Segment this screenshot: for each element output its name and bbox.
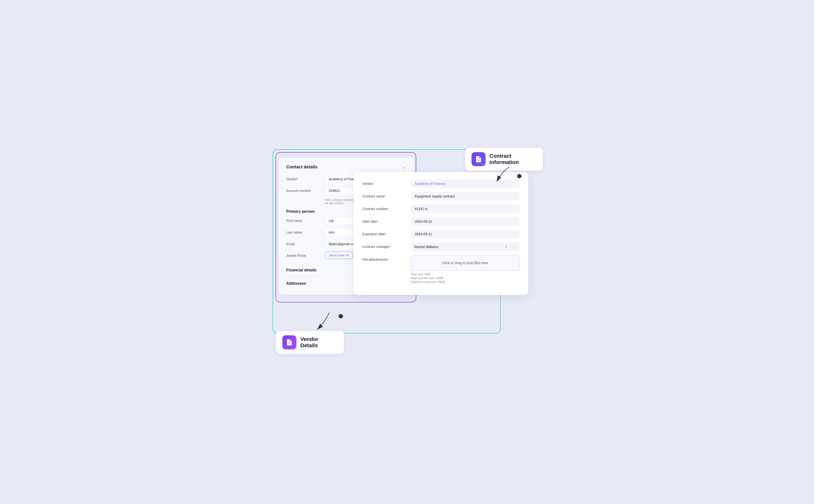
account-number-label: Account number — [286, 187, 325, 193]
vendor-details-badge: Vendor Details — [276, 331, 344, 354]
send-invite-button[interactable]: Send invite ✉ — [325, 252, 353, 259]
file-drop-zone[interactable]: Click or Drag & Drop files here — [411, 255, 519, 271]
vendor-badge-title-line2: Details — [300, 342, 319, 349]
contract-number-label: Contract number* — [362, 205, 411, 211]
vendor-label: Vendor* — [286, 175, 325, 181]
vendor-badge-icon — [282, 335, 296, 349]
connector-dot-bottom — [339, 314, 343, 318]
file-attachments-required: * — [387, 258, 389, 261]
contract-manager-label: Contract manager* — [362, 242, 411, 249]
total-size-hint: Total size: 0MB — [411, 273, 519, 276]
contract-name-input[interactable] — [411, 192, 519, 201]
start-date-label: Start date* — [362, 217, 411, 223]
contract-badge-icon — [471, 152, 486, 166]
expiration-date-label: Expiration date* — [362, 230, 411, 236]
file-hints: Total size: 0MB Maximum file size: 10MB … — [411, 273, 519, 284]
start-date-row: Start date* — [362, 217, 519, 226]
file-attachments-label: File attachments* — [362, 255, 411, 261]
contract-badge-title-line1: Contract — [489, 153, 519, 159]
contract-manager-value: Rachel Williams — [414, 245, 439, 249]
expiration-date-input[interactable] — [411, 230, 519, 238]
first-name-label: First name — [286, 217, 325, 223]
vendor-badge-title-line1: Vendor — [300, 336, 319, 342]
contract-manager-selector[interactable]: Rachel Williams ✕ ⌄ — [411, 242, 519, 251]
contract-badge-title-line2: information — [489, 159, 519, 165]
dropdown-chevron-icon[interactable]: ⌄ — [513, 244, 516, 249]
contract-vendor-value[interactable]: Academy of Finance — [411, 179, 519, 188]
vendor-document-icon — [286, 339, 293, 346]
contract-manager-required: * — [390, 245, 391, 249]
contract-information-panel: Vendor Academy of Finance Contract name*… — [354, 172, 528, 295]
contract-number-input[interactable] — [411, 205, 519, 213]
chevron-down-icon[interactable]: ⌄ — [403, 164, 407, 170]
last-name-label: Last name — [286, 228, 325, 234]
expiration-date-required: * — [385, 232, 386, 236]
file-attachments-row: File attachments* Click or Drag & Drop f… — [362, 255, 519, 284]
vendor-required-marker: * — [297, 177, 298, 181]
clear-icon[interactable]: ✕ — [505, 244, 508, 249]
contract-number-required: * — [388, 207, 389, 211]
contract-information-badge: Contract information — [465, 148, 543, 171]
document-icon — [475, 156, 482, 163]
start-date-required: * — [377, 220, 378, 223]
contract-name-row: Contract name* — [362, 192, 519, 201]
joined-portal-label: Joined Portal — [286, 252, 325, 258]
contract-badge-text: Contract information — [489, 153, 519, 166]
expiration-date-row: Expiration date* — [362, 230, 519, 238]
envelope-icon: ✉ — [346, 253, 349, 257]
contract-manager-row: Contract manager* Rachel Williams ✕ ⌄ — [362, 242, 519, 251]
contract-name-label: Contract name* — [362, 192, 411, 198]
connector-dot-top — [517, 174, 521, 178]
max-file-size-hint: Maximum file size: 10MB — [411, 276, 519, 280]
send-invite-label: Send invite — [329, 253, 345, 257]
max-total-size-hint: Maximum total size: 20MB — [411, 280, 519, 284]
email-label: Email — [286, 240, 325, 246]
contract-manager-actions: ✕ ⌄ — [505, 244, 516, 249]
vendor-badge-text: Vendor Details — [300, 336, 319, 349]
contract-vendor-label: Vendor — [362, 179, 411, 186]
contract-vendor-row: Vendor Academy of Finance — [362, 179, 519, 188]
start-date-input[interactable] — [411, 217, 519, 226]
contact-panel-title: Contact details — [286, 165, 318, 170]
contract-number-row: Contract number* — [362, 205, 519, 213]
contract-name-required: * — [385, 194, 386, 198]
